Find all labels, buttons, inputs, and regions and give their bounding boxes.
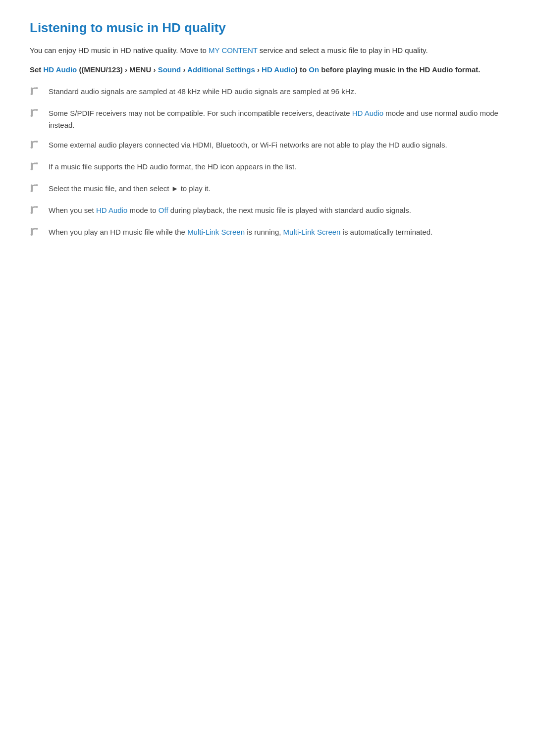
svg-point-5 bbox=[36, 141, 38, 143]
svg-point-12 bbox=[31, 234, 33, 236]
hd-audio-inline-ref2: HD Audio bbox=[96, 206, 127, 214]
note-icon-4 bbox=[30, 161, 44, 175]
hd-audio-ref2: HD Audio bbox=[262, 65, 295, 74]
list-item: Some external audio players connected vi… bbox=[30, 139, 505, 153]
svg-point-1 bbox=[36, 87, 38, 89]
note-text-6: When you set HD Audio mode to Off during… bbox=[49, 204, 505, 216]
note-text-4: If a music file supports the HD audio fo… bbox=[49, 161, 505, 173]
multi-link-screen-ref2: Multi-Link Screen bbox=[283, 228, 341, 236]
set-close-paren: ) to bbox=[295, 65, 309, 74]
list-item: When you play an HD music file while the… bbox=[30, 226, 505, 240]
svg-point-9 bbox=[36, 184, 38, 186]
svg-point-6 bbox=[31, 168, 33, 170]
sound-link: Sound bbox=[158, 65, 181, 74]
svg-point-4 bbox=[31, 147, 33, 149]
note-text-7: When you play an HD music file while the… bbox=[49, 226, 505, 238]
svg-point-7 bbox=[36, 162, 38, 164]
intro-text-after: service and select a music file to play … bbox=[258, 46, 428, 54]
svg-point-11 bbox=[36, 206, 38, 208]
multi-link-screen-ref1: Multi-Link Screen bbox=[187, 228, 245, 236]
svg-point-10 bbox=[31, 212, 33, 214]
note-icon-2 bbox=[30, 108, 44, 121]
list-item: Select the music file, and then select ►… bbox=[30, 183, 505, 197]
set-suffix: before playing music in the HD Audio for… bbox=[319, 65, 480, 74]
svg-point-2 bbox=[31, 115, 33, 117]
note-text-2: Some S/PDIF receivers may not be compati… bbox=[49, 107, 505, 131]
note-icon-1 bbox=[30, 86, 44, 100]
additional-settings-link: Additional Settings bbox=[187, 65, 255, 74]
menu-path: ((MENU/123) › MENU › bbox=[77, 65, 158, 74]
arrow1: › bbox=[181, 65, 187, 74]
arrow2: › bbox=[255, 65, 262, 74]
intro-text-before: You can enjoy HD music in HD native qual… bbox=[30, 46, 209, 54]
hd-audio-ref1: HD Audio bbox=[44, 65, 77, 74]
list-item: Some S/PDIF receivers may not be compati… bbox=[30, 107, 505, 131]
notes-list: Standard audio signals are sampled at 48… bbox=[30, 86, 505, 240]
hd-audio-inline-ref: HD Audio bbox=[352, 109, 383, 117]
note-icon-3 bbox=[30, 140, 44, 153]
list-item: If a music file supports the HD audio fo… bbox=[30, 161, 505, 175]
note-icon-6 bbox=[30, 205, 44, 218]
note-text-3: Some external audio players connected vi… bbox=[49, 139, 505, 151]
intro-paragraph: You can enjoy HD music in HD native qual… bbox=[30, 45, 505, 56]
page-title: Listening to music in HD quality bbox=[30, 20, 505, 37]
on-value: On bbox=[309, 65, 319, 74]
list-item: When you set HD Audio mode to Off during… bbox=[30, 204, 505, 218]
note-icon-7 bbox=[30, 227, 44, 240]
note-text-1: Standard audio signals are sampled at 48… bbox=[49, 86, 505, 98]
svg-point-13 bbox=[36, 228, 38, 230]
off-value: Off bbox=[159, 206, 168, 214]
set-instruction: Set HD Audio ((MENU/123) › MENU › Sound … bbox=[30, 63, 505, 76]
my-content-link: MY CONTENT bbox=[209, 46, 258, 54]
svg-point-8 bbox=[31, 190, 33, 192]
set-prefix: Set bbox=[30, 65, 44, 74]
note-text-5: Select the music file, and then select ►… bbox=[49, 183, 505, 195]
svg-point-3 bbox=[36, 109, 38, 111]
note-icon-5 bbox=[30, 183, 44, 197]
list-item: Standard audio signals are sampled at 48… bbox=[30, 86, 505, 100]
svg-point-0 bbox=[31, 93, 33, 95]
